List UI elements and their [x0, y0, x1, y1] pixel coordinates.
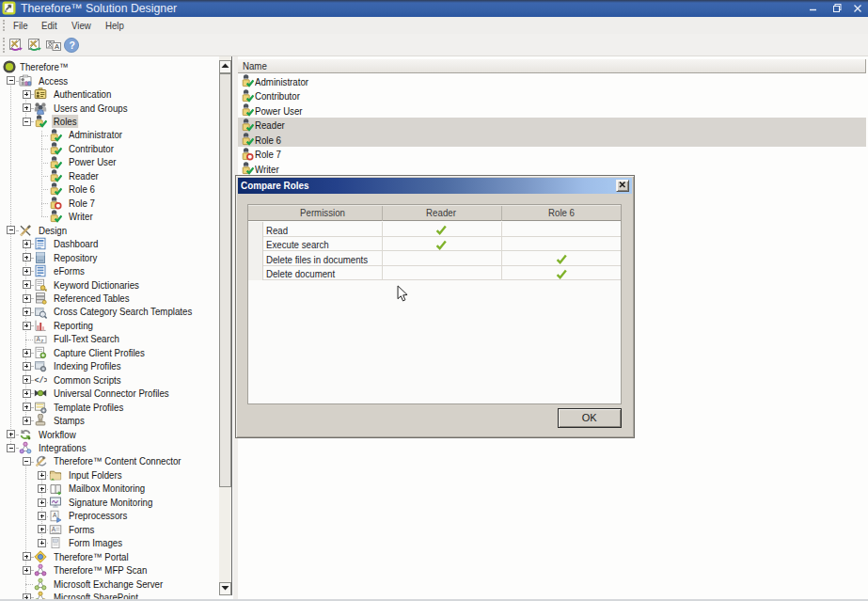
svg-text:z: z — [40, 337, 43, 342]
svg-text:</>: </> — [34, 376, 47, 386]
svg-text:A: A — [53, 511, 57, 517]
svg-text:A: A — [52, 526, 56, 532]
svg-text:?: ? — [69, 40, 74, 51]
svg-text:A: A — [55, 42, 59, 51]
